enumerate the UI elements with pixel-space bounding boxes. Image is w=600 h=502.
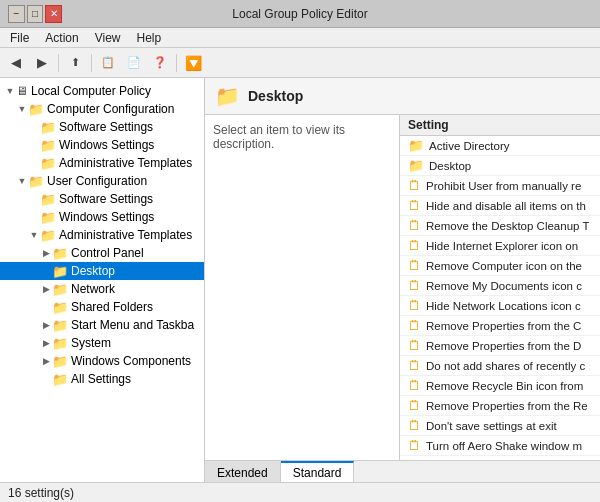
tree-item-start-menu[interactable]: ▶ 📁 Start Menu and Taskba [0,316,204,334]
tree-item-shared-folders[interactable]: 📁 Shared Folders [0,298,204,316]
setting-label-hide-network: Hide Network Locations icon c [426,300,581,312]
expand-user-config: ▼ [16,176,28,186]
tree-item-windows-uc[interactable]: 📁 Windows Settings [0,208,204,226]
tree-label-software-cc: Software Settings [59,120,153,134]
setting-label-active-directory: Active Directory [429,140,510,152]
setting-doc-icon-hide-ie: 🗒 [408,238,421,253]
setting-doc-icon-remove-props-c: 🗒 [408,318,421,333]
folder-windows-components-icon: 📁 [52,354,68,369]
tree-item-windows-components[interactable]: ▶ 📁 Windows Components [0,352,204,370]
tree-item-system[interactable]: ▶ 📁 System [0,334,204,352]
forward-button[interactable]: ▶ [30,51,54,75]
setting-row-no-add-shares[interactable]: 🗒 Do not add shares of recently c [400,356,600,376]
setting-folder-icon-active-directory: 📁 [408,138,424,153]
properties-button[interactable]: 📄 [122,51,146,75]
settings-pane[interactable]: Setting 📁 Active Directory 📁 Desktop 🗒 P… [400,115,600,460]
setting-doc-icon-remove-recycle-bin: 🗒 [408,378,421,393]
setting-row-hide-ie[interactable]: 🗒 Hide Internet Explorer icon on [400,236,600,256]
menu-help[interactable]: Help [131,30,168,46]
setting-row-hide-disable[interactable]: 🗒 Hide and disable all items on th [400,196,600,216]
setting-row-turn-off-aero[interactable]: 🗒 Turn off Aero Shake window m [400,436,600,456]
tree-label-user-config: User Configuration [47,174,147,188]
up-button[interactable]: ⬆ [63,51,87,75]
setting-label-remove-recycle-bin: Remove Recycle Bin icon from [426,380,583,392]
tree-label-system: System [71,336,111,350]
setting-row-desktop[interactable]: 📁 Desktop [400,156,600,176]
expand-network: ▶ [40,284,52,294]
setting-folder-icon-desktop: 📁 [408,158,424,173]
folder-control-panel-icon: 📁 [52,246,68,261]
setting-label-no-add-shares: Do not add shares of recently c [426,360,585,372]
setting-row-remove-recycle-bin[interactable]: 🗒 Remove Recycle Bin icon from [400,376,600,396]
tree-item-local-policy[interactable]: ▼ 🖥 Local Computer Policy [0,82,204,100]
tree-label-desktop: Desktop [71,264,115,278]
right-panel-body: Select an item to view its description. … [205,115,600,460]
setting-row-active-directory[interactable]: 📁 Active Directory [400,136,600,156]
folder-user-config-icon: 📁 [28,174,44,189]
setting-row-remove-props-r[interactable]: 🗒 Remove Properties from the Re [400,396,600,416]
minimize-button[interactable]: − [8,5,25,23]
tree-label-admin-cc: Administrative Templates [59,156,192,170]
setting-row-remove-cleanup[interactable]: 🗒 Remove the Desktop Cleanup T [400,216,600,236]
menu-view[interactable]: View [89,30,127,46]
tree-label-control-panel: Control Panel [71,246,144,260]
expand-computer-config: ▼ [16,104,28,114]
folder-windows-cc-icon: 📁 [40,138,56,153]
status-text: 16 setting(s) [8,486,74,500]
folder-desktop-icon: 📁 [52,264,68,279]
tab-extended[interactable]: Extended [205,461,281,482]
tree-label-windows-cc: Windows Settings [59,138,154,152]
folder-system-icon: 📁 [52,336,68,351]
tree-item-windows-cc[interactable]: 📁 Windows Settings [0,136,204,154]
tree-item-admin-templates-cc[interactable]: 📁 Administrative Templates [0,154,204,172]
expand-admin-uc: ▼ [28,230,40,240]
setting-row-dont-save[interactable]: 🗒 Don't save settings at exit [400,416,600,436]
tree-item-control-panel[interactable]: ▶ 📁 Control Panel [0,244,204,262]
toolbar: ◀ ▶ ⬆ 📋 📄 ❓ 🔽 [0,48,600,78]
filter-button[interactable]: 🔽 [181,51,205,75]
tree-item-user-config[interactable]: ▼ 📁 User Configuration [0,172,204,190]
tree-item-computer-config[interactable]: ▼ 📁 Computer Configuration [0,100,204,118]
folder-admin-cc-icon: 📁 [40,156,56,171]
setting-label-remove-my-docs: Remove My Documents icon c [426,280,582,292]
tree-label-admin-uc: Administrative Templates [59,228,192,242]
setting-doc-icon-no-add-shares: 🗒 [408,358,421,373]
setting-label-remove-cleanup: Remove the Desktop Cleanup T [426,220,589,232]
right-panel-title: Desktop [248,88,303,104]
maximize-button[interactable]: □ [27,5,44,23]
folder-all-settings-icon: 📁 [52,372,68,387]
expand-system: ▶ [40,338,52,348]
help-button[interactable]: ❓ [148,51,172,75]
tree-item-admin-templates-uc[interactable]: ▼ 📁 Administrative Templates [0,226,204,244]
toolbar-separator-3 [176,54,177,72]
show-hide-button[interactable]: 📋 [96,51,120,75]
close-button[interactable]: ✕ [45,5,62,23]
setting-row-remove-props-d[interactable]: 🗒 Remove Properties from the D [400,336,600,356]
tree-label-windows-uc: Windows Settings [59,210,154,224]
setting-row-remove-my-docs[interactable]: 🗒 Remove My Documents icon c [400,276,600,296]
expand-control-panel: ▶ [40,248,52,258]
tree-item-network[interactable]: ▶ 📁 Network [0,280,204,298]
setting-row-remove-props-c[interactable]: 🗒 Remove Properties from the C [400,316,600,336]
menu-action[interactable]: Action [39,30,84,46]
right-panel-header: 📁 Desktop [205,78,600,115]
setting-doc-icon-hide-disable: 🗒 [408,198,421,213]
tree-item-desktop[interactable]: 📁 Desktop [0,262,204,280]
setting-label-hide-ie: Hide Internet Explorer icon on [426,240,578,252]
title-bar: − □ ✕ Local Group Policy Editor [0,0,600,28]
setting-label-dont-save: Don't save settings at exit [426,420,557,432]
tab-standard[interactable]: Standard [281,461,355,482]
tree-item-software-cc[interactable]: 📁 Software Settings [0,118,204,136]
expand-start-menu: ▶ [40,320,52,330]
folder-shared-folders-icon: 📁 [52,300,68,315]
tree-item-software-uc[interactable]: 📁 Software Settings [0,190,204,208]
back-button[interactable]: ◀ [4,51,28,75]
setting-row-hide-network[interactable]: 🗒 Hide Network Locations icon c [400,296,600,316]
setting-row-prohibit-user[interactable]: 🗒 Prohibit User from manually re [400,176,600,196]
toolbar-separator-1 [58,54,59,72]
tree-item-all-settings[interactable]: 📁 All Settings [0,370,204,388]
setting-label-remove-props-d: Remove Properties from the D [426,340,581,352]
setting-label-remove-props-c: Remove Properties from the C [426,320,581,332]
menu-file[interactable]: File [4,30,35,46]
setting-row-remove-computer-icon[interactable]: 🗒 Remove Computer icon on the [400,256,600,276]
